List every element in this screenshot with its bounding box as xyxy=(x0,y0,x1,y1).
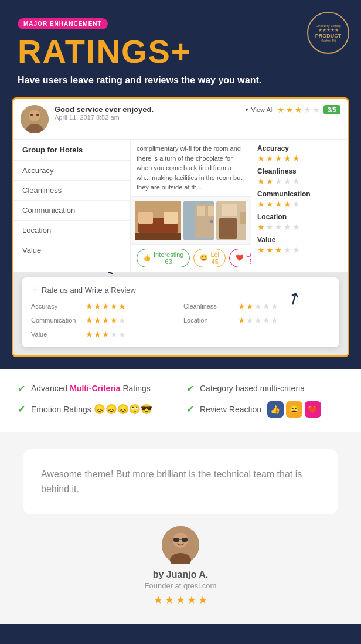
s1: ★ xyxy=(257,199,265,209)
svg-rect-9 xyxy=(135,233,181,240)
love-btn[interactable]: ❤️ Love 56 xyxy=(229,249,251,267)
feature-text-3: Emotion Ratings 😞😞😞🙄😎 xyxy=(31,404,152,415)
star-2: ★ xyxy=(165,594,174,606)
product-badge-line3: Market Fit xyxy=(321,39,336,42)
criteria-accuracy[interactable]: Accuracy xyxy=(13,161,130,181)
svg-rect-25 xyxy=(182,538,188,542)
rating-communication-stars: ★ ★ ★ ★ ★ xyxy=(257,199,342,209)
feature-text-2: Category based multi-criteria xyxy=(200,384,305,393)
review-title: Good service ever enjoyed. xyxy=(55,105,154,114)
header-section: MAJOR ENHANCEMENT Directory Listing ★★★★… xyxy=(0,0,361,97)
title-text: RATINGS xyxy=(18,33,171,70)
criteria-communication[interactable]: Communication xyxy=(13,201,130,221)
rating-value-label: Value xyxy=(257,236,342,244)
s4: ★ xyxy=(284,199,291,209)
s4: ★ xyxy=(284,177,291,186)
write-review-label: Rate us and Write a Review xyxy=(42,286,136,294)
review-text: complimentary wi-fi for the room and the… xyxy=(131,140,251,197)
s1: ★ xyxy=(257,154,265,163)
write-review-area: ↙ ↗ ☆ Rate us and Write a Review Accurac… xyxy=(13,272,348,355)
s5: ★ xyxy=(292,154,300,163)
lol-btn[interactable]: 😄 Lol 45 xyxy=(193,249,226,267)
svg-rect-24 xyxy=(173,538,179,542)
star-2: ★ xyxy=(286,105,294,114)
group-panel: Group for Hotels Accuracy Cleanliness Co… xyxy=(13,140,131,272)
rating-communication: Communication ★ ★ ★ ★ ★ xyxy=(257,190,342,209)
form-ratings-grid: Accuracy ★★★★★ Cleanliness ★★★★★ xyxy=(31,301,330,339)
rating-accuracy: Accuracy ★ ★ ★ ★ ★ xyxy=(257,144,342,163)
s2: ★ xyxy=(266,177,274,186)
s2: ★ xyxy=(266,199,274,209)
criteria-cleanliness[interactable]: Cleanliness xyxy=(13,181,130,201)
svg-rect-13 xyxy=(208,206,214,216)
form-accuracy-label: Accuracy xyxy=(31,303,81,310)
rating-accuracy-stars: ★ ★ ★ ★ ★ xyxy=(257,154,342,163)
s4: ★ xyxy=(284,222,291,232)
form-cleanliness-stars: ★★★★★ xyxy=(238,301,278,311)
check-icon-2: ✔ xyxy=(186,383,194,394)
view-all-btn[interactable]: ▼ View All xyxy=(244,106,273,113)
svg-rect-18 xyxy=(222,204,237,216)
svg-point-1 xyxy=(29,110,40,121)
review-stars: ★ ★ ★ ★ ★ xyxy=(277,105,320,114)
star-1: ★ xyxy=(154,594,163,606)
heart-icon: ❤️ xyxy=(236,254,244,262)
check-icon-4: ✔ xyxy=(186,404,194,415)
main-title: RATINGS+ xyxy=(18,35,343,68)
reaction-smile[interactable]: 😄 xyxy=(286,401,302,418)
form-location-label: Location xyxy=(183,317,233,324)
review-date: April 11, 2017 8:52 am xyxy=(55,114,154,121)
testimonial-author: by Juanjo A. Founder at qresi.com ★ ★ ★ … xyxy=(23,526,338,606)
rating-cleanliness-stars: ★ ★ ★ ★ ★ xyxy=(257,177,342,186)
product-badge: Directory Listing ★★★★★ PRODUCT Market F… xyxy=(307,12,349,54)
view-all-label: View All xyxy=(251,106,273,113)
svg-point-4 xyxy=(36,114,39,116)
reaction-row: 👍 Interesting 63 😄 Lol 45 ❤️ Love 56 xyxy=(131,245,251,272)
testimonial-quote: Awesome theme! But more brilliant is the… xyxy=(41,467,320,497)
s4: ★ xyxy=(284,245,291,255)
review-header: Good service ever enjoyed. April 11, 201… xyxy=(13,99,348,140)
rating-location: Location ★ ★ ★ ★ ★ xyxy=(257,213,342,232)
svg-rect-17 xyxy=(240,212,247,224)
star-4: ★ xyxy=(187,594,196,606)
svg-rect-8 xyxy=(164,212,178,224)
reaction-thumb[interactable]: 👍 xyxy=(267,401,284,418)
interesting-btn[interactable]: 👍 Interesting 63 xyxy=(137,249,190,267)
love-label: Love 56 xyxy=(246,251,251,265)
criteria-location[interactable]: Location xyxy=(13,221,130,240)
product-badge-stars: ★★★★★ xyxy=(318,28,339,33)
star-5: ★ xyxy=(198,594,207,606)
reaction-heart[interactable]: ❤️ xyxy=(305,401,321,418)
check-icon-1: ✔ xyxy=(18,383,25,394)
multi-criteria-link[interactable]: Multi-Criteria xyxy=(70,384,120,393)
right-ratings-panel: Accuracy ★ ★ ★ ★ ★ Cleanliness ★ ★ xyxy=(251,140,348,272)
main-content-row: Group for Hotels Accuracy Cleanliness Co… xyxy=(13,140,348,272)
form-value-stars: ★★★★★ xyxy=(86,330,126,339)
rating-location-stars: ★ ★ ★ ★ ★ xyxy=(257,222,342,232)
s5: ★ xyxy=(292,177,300,186)
form-cleanliness: Cleanliness ★★★★★ xyxy=(183,301,330,311)
lol-label: Lol 45 xyxy=(210,251,219,265)
product-badge-line2: PRODUCT xyxy=(315,33,342,39)
s3: ★ xyxy=(275,199,282,209)
photo-row xyxy=(131,197,251,245)
check-icon-3: ✔ xyxy=(18,404,25,415)
form-cleanliness-label: Cleanliness xyxy=(183,303,233,310)
star-1: ★ xyxy=(277,105,285,114)
svg-point-3 xyxy=(30,114,33,116)
feature-text-1: Advanced Multi-Criteria Ratings xyxy=(31,384,151,393)
s5: ★ xyxy=(292,199,300,209)
author-title: Founder at qresi.com xyxy=(145,581,217,590)
feature-emotion: ✔ Emotion Ratings 😞😞😞🙄😎 xyxy=(18,401,175,418)
s3: ★ xyxy=(275,222,282,232)
review-info: Good service ever enjoyed. April 11, 201… xyxy=(13,99,237,139)
criteria-value[interactable]: Value xyxy=(13,240,130,260)
svg-rect-7 xyxy=(138,212,153,224)
view-all-row: ▼ View All ★ ★ ★ ★ ★ 3/5 xyxy=(244,105,340,114)
photo-door xyxy=(183,201,214,240)
s5: ★ xyxy=(292,222,300,232)
star-5: ★ xyxy=(312,105,320,114)
middle-content: complimentary wi-fi for the room and the… xyxy=(131,140,251,272)
group-title: Group for Hotels xyxy=(13,140,130,161)
s3: ★ xyxy=(275,177,282,186)
